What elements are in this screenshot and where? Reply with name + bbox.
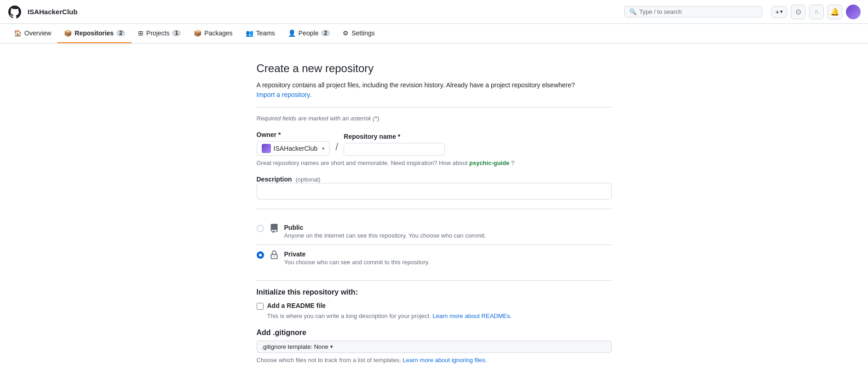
- inspiration-suffix: ?: [511, 159, 514, 166]
- issues-button[interactable]: ⊙: [791, 5, 805, 19]
- repo-name-input[interactable]: [344, 143, 445, 156]
- readme-row: Add a README file: [257, 302, 612, 310]
- search-placeholder: Type / to search: [639, 8, 682, 15]
- nav-tabs: 🏠 Overview 📦 Repositories 2 ⊞ Projects 1…: [0, 24, 868, 44]
- search-bar[interactable]: 🔍 Type / to search: [624, 6, 762, 17]
- tab-settings-label: Settings: [351, 29, 375, 37]
- description-label: Description (optional): [257, 176, 321, 183]
- suggestion-link[interactable]: psychic-guide: [469, 159, 511, 166]
- initialize-group: Initialize this repository with: Add a R…: [257, 288, 612, 319]
- owner-select[interactable]: ISAHackerClub ▾: [257, 141, 330, 156]
- gitignore-learn-text: Learn more about ignoring files.: [402, 357, 487, 364]
- tab-teams-label: Teams: [256, 29, 275, 37]
- private-icon: [270, 250, 279, 261]
- divider-top: [257, 107, 612, 108]
- gitignore-select-label: .gitignore template: None: [262, 343, 328, 350]
- readme-checkbox[interactable]: [257, 303, 264, 310]
- description-input[interactable]: [257, 183, 612, 199]
- public-label: Public: [284, 224, 486, 231]
- owner-avatar: [262, 144, 271, 153]
- tab-people[interactable]: 👤 People 2: [282, 24, 336, 43]
- public-text-group: Public Anyone on the internet can see th…: [284, 224, 486, 239]
- private-text-group: Private You choose who can see and commi…: [284, 250, 430, 266]
- tab-overview-label: Overview: [24, 29, 51, 37]
- gitignore-dropdown-icon: ▾: [330, 344, 333, 350]
- slash-separator: /: [335, 141, 338, 156]
- tab-people-label: People: [299, 29, 319, 37]
- public-icon: [270, 224, 279, 235]
- visibility-group: Public Anyone on the internet can see th…: [257, 218, 612, 271]
- private-radio[interactable]: [257, 251, 264, 259]
- teams-icon: 👥: [246, 29, 253, 37]
- readme-learn-text: Learn more about READMEs.: [432, 312, 512, 319]
- gitignore-learn-link[interactable]: Learn more about ignoring files.: [402, 357, 487, 364]
- public-desc: Anyone on the internet can see this repo…: [284, 232, 486, 239]
- owner-dropdown-icon: ▾: [322, 146, 325, 152]
- repo-name-label: Repository name *: [344, 133, 445, 140]
- description-group: Description (optional): [257, 176, 612, 199]
- search-icon: 🔍: [629, 8, 637, 15]
- avatar[interactable]: [846, 5, 861, 19]
- pullrequest-icon: ⑃: [815, 8, 818, 15]
- new-dropdown-icon: ▾: [780, 9, 783, 15]
- import-link[interactable]: Import a repository.: [257, 91, 312, 98]
- inspiration-text: Great repository names are short and mem…: [257, 159, 612, 166]
- private-label: Private: [284, 250, 430, 258]
- public-radio[interactable]: [257, 225, 264, 232]
- description-optional: (optional): [295, 176, 320, 183]
- required-note: Required fields are marked with an aster…: [257, 115, 612, 122]
- tab-packages[interactable]: 📦 Packages: [187, 24, 239, 43]
- owner-repo-group: Owner * ISAHackerClub ▾ / Repository nam…: [257, 131, 612, 166]
- pullrequest-button[interactable]: ⑃: [809, 5, 824, 19]
- tab-repositories-label: Repositories: [75, 29, 114, 37]
- header: ISAHackerClub 🔍 Type / to search + ▾ ⊙ ⑃…: [0, 0, 868, 24]
- readme-description: This is where you can write a long descr…: [267, 312, 431, 319]
- gitignore-description: Choose which files not to track from a l…: [257, 357, 401, 364]
- overview-icon: 🏠: [14, 29, 22, 37]
- new-button[interactable]: + ▾: [771, 6, 787, 18]
- tab-projects-label: Projects: [146, 29, 170, 37]
- people-icon: 👤: [288, 29, 296, 37]
- description-text: A repository contains all project files,…: [257, 81, 575, 89]
- owner-value: ISAHackerClub: [274, 145, 318, 152]
- private-desc: You choose who can see and commit to thi…: [284, 259, 430, 266]
- header-actions: + ▾ ⊙ ⑃ 🔔: [771, 5, 861, 19]
- projects-badge: 1: [172, 30, 181, 36]
- visibility-private-option[interactable]: Private You choose who can see and commi…: [257, 244, 612, 271]
- tab-repositories[interactable]: 📦 Repositories 2: [57, 24, 132, 43]
- owner-label: Owner *: [257, 131, 330, 138]
- divider-visibility: [257, 209, 612, 209]
- tab-teams[interactable]: 👥 Teams: [239, 24, 282, 43]
- page-description: A repository contains all project files,…: [257, 80, 612, 100]
- github-logo[interactable]: [7, 5, 22, 19]
- readme-label: Add a README file: [267, 302, 326, 309]
- repositories-badge: 2: [116, 30, 125, 36]
- description-label-text: Description: [257, 176, 292, 183]
- gitignore-title: Add .gitignore: [257, 329, 612, 337]
- tab-overview[interactable]: 🏠 Overview: [7, 24, 57, 43]
- repositories-icon: 📦: [64, 29, 72, 37]
- main-content: Create a new repository A repository con…: [246, 62, 623, 364]
- repo-name-col: Repository name *: [344, 133, 445, 156]
- projects-icon: ⊞: [138, 29, 144, 37]
- tab-packages-label: Packages: [204, 29, 232, 37]
- initialize-title: Initialize this repository with:: [257, 288, 612, 296]
- issues-icon: ⊙: [795, 7, 801, 16]
- inspiration-prefix: Great repository names are short and mem…: [257, 159, 468, 166]
- settings-icon: ⚙: [343, 29, 349, 37]
- plus-icon: +: [776, 8, 779, 16]
- readme-learn-link[interactable]: Learn more about READMEs.: [432, 312, 512, 319]
- gitignore-select[interactable]: .gitignore template: None ▾: [257, 341, 612, 353]
- divider-initialize: [257, 280, 612, 281]
- tab-projects[interactable]: ⊞ Projects 1: [132, 24, 187, 43]
- owner-repo-row: Owner * ISAHackerClub ▾ / Repository nam…: [257, 131, 612, 156]
- inbox-button[interactable]: 🔔: [828, 5, 842, 19]
- gitignore-desc: Choose which files not to track from a l…: [257, 357, 612, 364]
- people-badge: 2: [321, 30, 330, 36]
- org-name[interactable]: ISAHackerClub: [28, 8, 77, 16]
- readme-desc: This is where you can write a long descr…: [267, 312, 612, 319]
- tab-settings[interactable]: ⚙ Settings: [336, 24, 381, 43]
- visibility-public-option[interactable]: Public Anyone on the internet can see th…: [257, 218, 612, 244]
- owner-col: Owner * ISAHackerClub ▾: [257, 131, 330, 156]
- gitignore-section: Add .gitignore .gitignore template: None…: [257, 329, 612, 364]
